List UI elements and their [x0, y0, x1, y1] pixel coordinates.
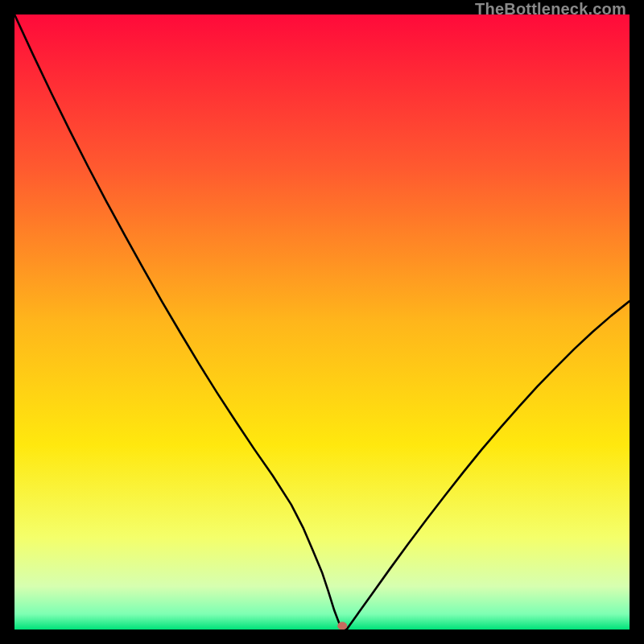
bottleneck-chart — [14, 14, 630, 630]
svg-rect-0 — [14, 14, 630, 630]
svg-point-1 — [337, 621, 347, 630]
chart-frame: TheBottleneck.com — [0, 0, 644, 644]
